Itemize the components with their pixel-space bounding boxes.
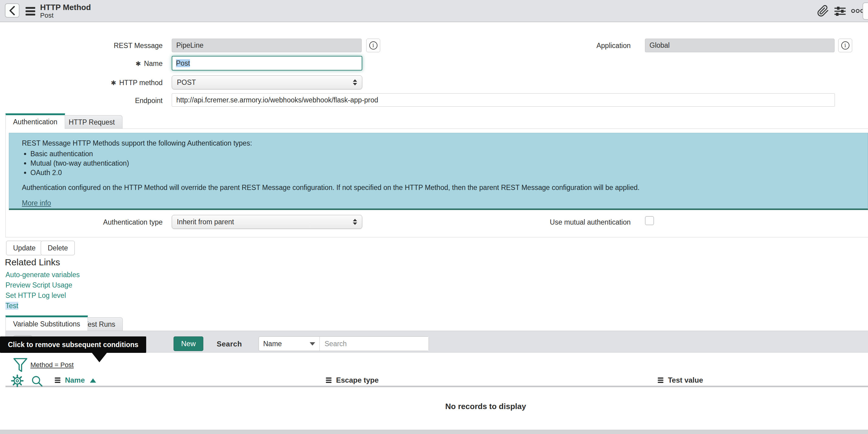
back-button[interactable] bbox=[5, 3, 20, 18]
form-header-bar: HTTP Method Post bbox=[0, 0, 868, 22]
gear-icon bbox=[11, 374, 24, 387]
edge-button-sliver[interactable] bbox=[863, 2, 868, 20]
column-menu-icon[interactable] bbox=[326, 377, 332, 384]
new-button[interactable]: New bbox=[174, 336, 203, 351]
mandatory-icon: ✱ bbox=[135, 60, 141, 67]
rest-message-field[interactable]: PipeLine bbox=[172, 39, 362, 52]
list-item: OAuth 2.0 bbox=[30, 169, 859, 177]
related-links-title: Related Links bbox=[5, 257, 60, 268]
list-item: Test bbox=[5, 302, 80, 310]
more-info-link[interactable]: More info bbox=[22, 199, 51, 207]
empty-list-message: No records to display bbox=[5, 387, 868, 411]
rest-message-reference-button[interactable] bbox=[366, 39, 380, 52]
list-search-button[interactable] bbox=[31, 375, 43, 387]
column-menu-icon[interactable] bbox=[55, 377, 60, 384]
sliders-icon bbox=[834, 6, 846, 17]
bottom-scroll-strip[interactable] bbox=[0, 430, 868, 434]
list-settings-button[interactable] bbox=[11, 374, 24, 387]
chevron-left-icon bbox=[9, 6, 16, 15]
endpoint-label: Endpoint bbox=[67, 97, 163, 105]
variable-substitutions-table: Name Escape type Test value No records t… bbox=[5, 374, 868, 411]
select-arrows-icon bbox=[353, 79, 357, 85]
list-item: Mutual (two-way authentication) bbox=[30, 159, 859, 167]
filter-toggle-button[interactable] bbox=[13, 358, 28, 374]
column-menu-icon[interactable] bbox=[658, 377, 663, 384]
funnel-icon bbox=[13, 358, 28, 374]
authentication-type-select[interactable]: Inherit from parent bbox=[172, 215, 362, 229]
application-field[interactable]: Global bbox=[645, 39, 835, 52]
http-method-label: ✱HTTP method bbox=[67, 79, 163, 87]
update-button[interactable]: Update bbox=[6, 241, 42, 255]
page-title: HTTP Method bbox=[40, 3, 91, 12]
search-field-select[interactable]: Name bbox=[259, 337, 320, 351]
table-header-row: Name Escape type Test value bbox=[5, 374, 868, 387]
info-icon bbox=[841, 41, 849, 50]
http-method-select[interactable]: POST bbox=[172, 75, 362, 89]
auth-types-list: Basic authentication Mutual (two-way aut… bbox=[22, 150, 859, 177]
page-subtitle: Post bbox=[40, 11, 54, 20]
list-item: Preview Script Usage bbox=[5, 281, 80, 289]
related-links-list: Auto-generate variables Preview Script U… bbox=[5, 271, 80, 312]
sort-ascending-icon bbox=[90, 378, 96, 383]
info-icon bbox=[369, 41, 377, 50]
name-label: ✱Name bbox=[67, 60, 163, 68]
column-header-name[interactable]: Name bbox=[55, 376, 96, 384]
name-field[interactable]: Post bbox=[172, 56, 362, 70]
selected-text: Post bbox=[176, 59, 190, 67]
search-input[interactable] bbox=[320, 337, 429, 351]
info-intro: REST Message HTTP Methods support the fo… bbox=[22, 139, 859, 147]
list-item: Set HTTP Log level bbox=[5, 291, 80, 300]
tooltip: Click to remove subsequent conditions bbox=[0, 336, 146, 353]
tab-authentication[interactable]: Authentication bbox=[5, 113, 65, 129]
search-icon bbox=[31, 375, 43, 387]
preview-script-usage-link[interactable]: Preview Script Usage bbox=[5, 281, 72, 289]
auto-generate-variables-link[interactable]: Auto-generate variables bbox=[5, 271, 80, 279]
authentication-info-message: REST Message HTTP Methods support the fo… bbox=[9, 133, 868, 210]
list-item: Auto-generate variables bbox=[5, 271, 80, 279]
column-header-test-value[interactable]: Test value bbox=[658, 376, 703, 384]
use-mutual-authentication-checkbox[interactable] bbox=[645, 216, 654, 225]
rest-message-label: REST Message bbox=[67, 42, 163, 50]
column-header-escape-type[interactable]: Escape type bbox=[326, 376, 379, 384]
dropdown-caret-icon bbox=[310, 342, 315, 346]
paperclip-icon bbox=[817, 5, 829, 17]
delete-button[interactable]: Delete bbox=[41, 241, 75, 255]
filter-condition-link[interactable]: Method = Post bbox=[30, 361, 73, 369]
application-label: Application bbox=[535, 42, 631, 50]
set-http-log-level-link[interactable]: Set HTTP Log level bbox=[5, 291, 66, 299]
attachments-button[interactable] bbox=[817, 5, 829, 17]
authentication-type-label: Authentication type bbox=[67, 218, 163, 226]
test-link[interactable]: Test bbox=[5, 302, 18, 310]
personalize-form-button[interactable] bbox=[834, 6, 846, 17]
search-combo: Name bbox=[259, 336, 429, 351]
tab-http-request[interactable]: HTTP Request bbox=[61, 115, 122, 129]
use-mutual-authentication-label: Use mutual authentication bbox=[535, 218, 631, 226]
search-label: Search bbox=[217, 340, 242, 348]
endpoint-field[interactable]: http://api.fcremer.se.armory.io/webhooks… bbox=[172, 93, 835, 107]
application-reference-button[interactable] bbox=[838, 39, 852, 52]
mandatory-icon: ✱ bbox=[111, 79, 116, 86]
list-item: Basic authentication bbox=[30, 150, 859, 158]
tooltip-arrow bbox=[91, 352, 107, 362]
tab-variable-substitutions[interactable]: Variable Substitutions bbox=[5, 315, 88, 331]
select-arrows-icon bbox=[353, 219, 357, 225]
info-note: Authentication configured on the HTTP Me… bbox=[22, 184, 859, 192]
form-context-menu-icon[interactable] bbox=[26, 7, 36, 17]
